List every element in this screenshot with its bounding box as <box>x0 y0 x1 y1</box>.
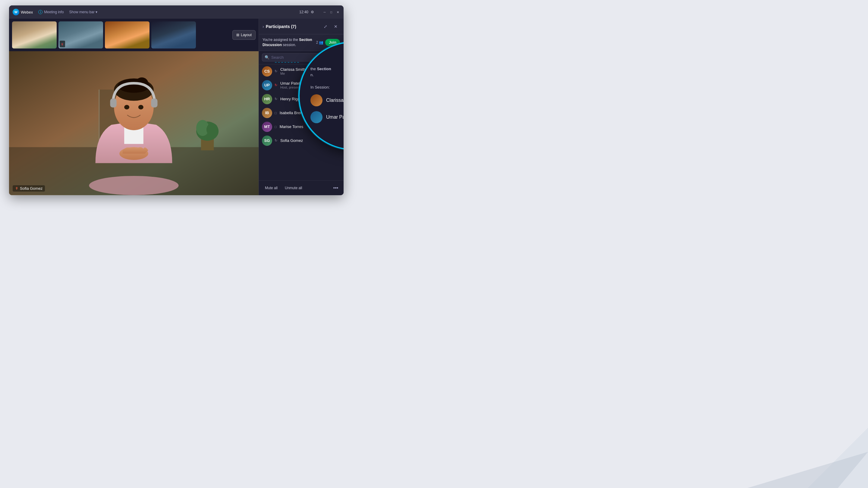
in-session-label: In Session: <box>306 83 330 92</box>
svg-point-11 <box>89 176 179 195</box>
title-bar-left: W Webex i Meeting info Show menu bar ▾ <box>13 9 97 15</box>
main-video-label: 🎙 Sofia Gomez <box>13 185 45 192</box>
sync-icon-henry: ↻ <box>275 97 277 101</box>
info-icon: i <box>38 10 42 14</box>
webex-logo-icon: W <box>13 9 19 15</box>
sync-icon-sofia: ↻ <box>275 138 277 142</box>
panel-actions: ⤢ ✕ <box>321 22 340 31</box>
meeting-info-button[interactable]: i Meeting info <box>36 9 66 15</box>
session-text: You're assigned to the Section Discussio… <box>262 37 314 47</box>
main-video-content <box>9 51 258 195</box>
thumbnail-1[interactable] <box>12 22 57 48</box>
zoom-participant-1: Clarissa Smith <box>306 92 344 109</box>
avatar-clarissa: CS <box>262 66 272 76</box>
svg-rect-5 <box>98 90 99 141</box>
session-count-number: 2 <box>316 40 318 44</box>
people-icon: 👥 <box>319 40 323 44</box>
mute-all-button[interactable]: Mute all <box>262 184 280 192</box>
panel-title-row: › Participants (7) <box>262 24 321 29</box>
svg-rect-17 <box>110 98 116 107</box>
title-bar-time: 12:40 ⚙ <box>299 10 314 14</box>
maximize-button[interactable]: □ <box>329 10 333 14</box>
thumbnail-3[interactable] <box>105 22 150 48</box>
thumb-video-bg-1 <box>12 22 57 48</box>
panel-header: › Participants (7) ⤢ ✕ <box>259 19 344 34</box>
zoom-section-name: Section <box>317 67 331 71</box>
thumbnail-2[interactable]: 🎙 <box>59 22 103 48</box>
avatar-marise: MT <box>262 122 272 132</box>
thumbnail-4[interactable] <box>151 22 196 48</box>
zoom-participant-name-clarissa: Clarissa Smith <box>326 98 344 103</box>
clock-display: 12:40 <box>299 10 308 14</box>
main-area: 🎙 ⊞ Layout <box>9 19 258 195</box>
show-menu-label: Show menu bar <box>69 10 95 14</box>
panel-bottom: Mute all Unmute all ••• <box>259 181 344 195</box>
thumb-video-bg-3 <box>105 22 150 48</box>
panel-more-options-button[interactable]: ••• <box>332 184 340 192</box>
mic-off-indicator-2: 🎙 <box>60 41 65 47</box>
svg-rect-18 <box>151 98 157 107</box>
meeting-info-label: Meeting info <box>44 10 64 14</box>
thumbnail-strip: 🎙 ⊞ Layout <box>9 19 258 51</box>
avatar-henry: HR <box>262 94 272 104</box>
thumb-video-bg-2 <box>59 22 103 48</box>
zoom-avatar-clarissa <box>310 94 322 106</box>
session-text-post: session. <box>282 43 296 47</box>
zoom-text-post: n. <box>310 73 314 77</box>
sync-icon-isabella: □ <box>275 111 277 115</box>
session-text-pre: You're assigned to the <box>262 38 299 42</box>
zoom-text: the Section n. <box>310 66 344 78</box>
settings-icon: ⚙ <box>311 10 314 14</box>
svg-point-20 <box>138 105 144 109</box>
layout-icon: ⊞ <box>236 33 239 37</box>
connector-line <box>275 62 299 63</box>
chevron-down-icon: ▾ <box>96 10 97 14</box>
svg-point-10 <box>207 123 218 136</box>
zoom-avatar-umar <box>310 111 322 123</box>
zoom-participant-2: Umar Patel <box>306 109 344 126</box>
thumb-video-bg-4 <box>151 22 196 48</box>
webex-logo: W Webex <box>13 9 33 15</box>
svg-point-19 <box>124 105 129 109</box>
panel-popout-button[interactable]: ⤢ <box>321 22 330 31</box>
window-controls: ─ □ ✕ <box>322 10 340 14</box>
zoom-session-row: the Section n. 2 👥 Join <box>306 66 344 78</box>
sync-icon-umar: ↻ <box>275 83 277 87</box>
avatar-isabella: IB <box>262 108 272 118</box>
layout-button[interactable]: ⊞ Layout <box>232 30 255 40</box>
avatar-umar: UP <box>262 80 272 90</box>
sync-icon-clarissa: ↻ <box>275 69 277 73</box>
minimize-button[interactable]: ─ <box>322 10 327 14</box>
zoom-participant-name-umar: Umar Patel <box>326 115 344 120</box>
main-video: 🎙 Sofia Gomez <box>9 51 258 195</box>
mic-off-icon-2: 🎙 <box>61 43 64 46</box>
avatar-sofia: SG <box>262 135 272 146</box>
search-icon: 🔍 <box>265 55 270 60</box>
title-bar: W Webex i Meeting info Show menu bar ▾ 1… <box>9 5 344 19</box>
panel-title: Participants (7) <box>266 24 296 29</box>
webex-logo-text: Webex <box>21 10 33 14</box>
panel-close-button[interactable]: ✕ <box>332 22 340 31</box>
zoom-text-pre: the <box>310 67 317 71</box>
mic-muted-icon: 🎙 <box>15 187 19 190</box>
unmute-all-button[interactable]: Unmute all <box>282 184 304 192</box>
sync-icon-marise: □ <box>275 125 277 129</box>
close-button[interactable]: ✕ <box>336 10 340 14</box>
session-count: 2 👥 <box>316 40 324 44</box>
layout-label: Layout <box>241 33 252 37</box>
panel-chevron-icon[interactable]: › <box>262 24 264 29</box>
show-menu-button[interactable]: Show menu bar ▾ <box>69 10 97 14</box>
app-window: W Webex i Meeting info Show menu bar ▾ 1… <box>9 5 344 195</box>
content-area: 🎙 ⊞ Layout <box>9 19 344 195</box>
main-video-name: Sofia Gomez <box>20 186 42 191</box>
